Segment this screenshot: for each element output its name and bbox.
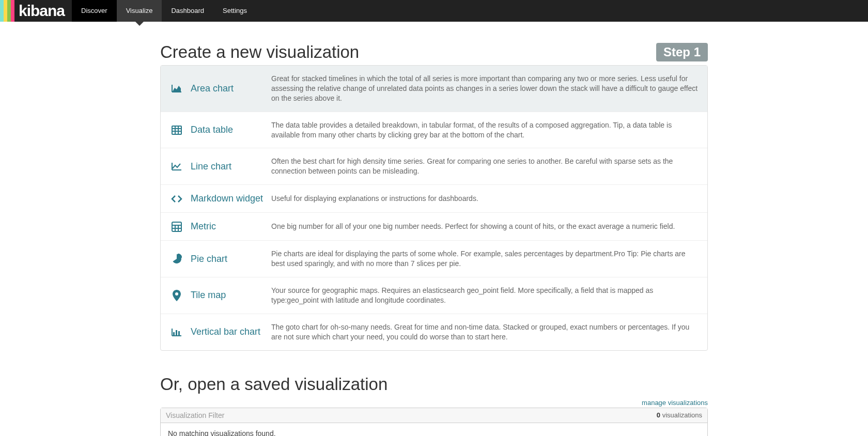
visualization-count: 0 visualizations: [657, 411, 702, 419]
viz-type-name: Area chart: [183, 83, 271, 94]
viz-type-line-chart[interactable]: Line chart Often the best chart for high…: [161, 148, 707, 185]
visualization-type-list: Area chart Great for stacked timelines i…: [160, 65, 708, 351]
nav-item-settings[interactable]: Settings: [213, 0, 256, 22]
svg-rect-10: [173, 332, 175, 335]
viz-type-desc: Pie charts are ideal for displaying the …: [271, 249, 698, 269]
viz-type-markdown-widget[interactable]: Markdown widget Useful for displaying ex…: [161, 185, 707, 213]
viz-type-desc: Great for stacked timelines in which the…: [271, 74, 698, 103]
nav-item-label: Discover: [81, 7, 107, 14]
viz-type-data-table[interactable]: Data table The data table provides a det…: [161, 112, 707, 149]
manage-visualizations-row: manage visualizations: [160, 398, 708, 407]
viz-type-desc: One big number for all of your one big n…: [271, 222, 698, 231]
viz-type-desc: The data table provides a detailed break…: [271, 120, 698, 140]
viz-type-name: Data table: [183, 124, 271, 135]
viz-type-name: Tile map: [183, 290, 271, 301]
logo-stripes-icon: [0, 0, 14, 22]
viz-type-name: Metric: [183, 221, 271, 232]
page-title: Create a new visualization: [160, 42, 359, 62]
viz-type-tile-map[interactable]: Tile map Your source for geographic maps…: [161, 277, 707, 314]
visualization-count-number: 0: [657, 411, 660, 419]
data-table-icon: [170, 126, 183, 135]
saved-visualization-panel: 0 visualizations No matching visualizati…: [160, 408, 708, 436]
nav-item-dashboard[interactable]: Dashboard: [162, 0, 213, 22]
viz-type-name: Markdown widget: [183, 193, 271, 204]
svg-rect-0: [172, 126, 181, 134]
pie-chart-icon: [170, 254, 183, 264]
tile-map-icon: [170, 290, 183, 301]
viz-type-desc: The goto chart for oh-so-many needs. Gre…: [271, 322, 698, 342]
nav-items: Discover Visualize Dashboard Settings: [72, 0, 256, 22]
viz-type-name: Pie chart: [183, 254, 271, 264]
nav-item-visualize[interactable]: Visualize: [117, 0, 162, 22]
visualization-count-label: visualizations: [660, 411, 702, 419]
main-container: Create a new visualization Step 1 Area c…: [160, 22, 708, 436]
svg-rect-11: [176, 330, 177, 335]
logo[interactable]: kibana: [0, 0, 72, 22]
nav-item-label: Settings: [223, 7, 247, 14]
nav-item-discover[interactable]: Discover: [72, 0, 117, 22]
nav-item-label: Visualize: [126, 7, 153, 14]
area-chart-icon: [170, 84, 183, 93]
page-header: Create a new visualization Step 1: [160, 42, 708, 62]
markdown-icon: [170, 195, 183, 203]
top-navbar: kibana Discover Visualize Dashboard Sett…: [0, 0, 868, 22]
viz-type-vertical-bar-chart[interactable]: Vertical bar chart The goto chart for oh…: [161, 314, 707, 350]
metric-icon: [170, 222, 183, 232]
svg-rect-12: [178, 331, 180, 335]
filter-bar: 0 visualizations: [161, 408, 707, 423]
viz-type-pie-chart[interactable]: Pie chart Pie charts are ideal for displ…: [161, 241, 707, 277]
line-chart-icon: [170, 162, 183, 171]
manage-visualizations-link[interactable]: manage visualizations: [642, 399, 708, 407]
open-saved-title: Or, open a saved visualization: [160, 375, 708, 394]
no-match-message: No matching visualizations found.: [161, 423, 707, 436]
viz-type-area-chart[interactable]: Area chart Great for stacked timelines i…: [161, 66, 707, 112]
svg-rect-5: [172, 222, 181, 231]
bar-chart-icon: [170, 328, 183, 337]
viz-type-desc: Useful for displaying explanations or in…: [271, 194, 698, 204]
viz-type-metric[interactable]: Metric One big number for all of your on…: [161, 213, 707, 241]
viz-type-name: Line chart: [183, 161, 271, 172]
logo-text: kibana: [14, 0, 72, 22]
visualization-filter-input[interactable]: [166, 411, 657, 419]
viz-type-name: Vertical bar chart: [183, 326, 271, 337]
step-badge: Step 1: [656, 43, 708, 61]
viz-type-desc: Often the best chart for high density ti…: [271, 157, 698, 176]
viz-type-desc: Your source for geographic maps. Require…: [271, 286, 698, 305]
nav-item-label: Dashboard: [171, 7, 204, 14]
